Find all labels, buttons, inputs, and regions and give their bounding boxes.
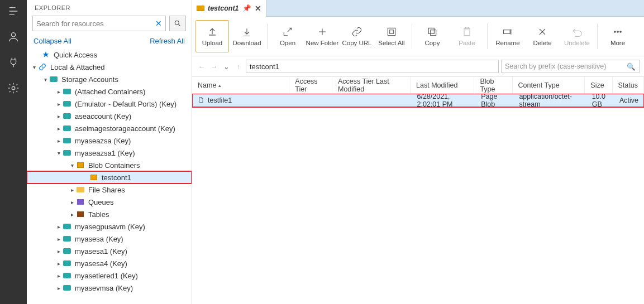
col-size[interactable]: Size <box>585 77 612 93</box>
new-folder-button[interactable]: New Folder <box>306 20 339 52</box>
tree-node[interactable]: ▾myaseazsa1 (Key) <box>27 147 192 159</box>
chevron-right-icon: ▸ <box>55 260 63 267</box>
select-all-button[interactable]: Select All <box>375 20 408 52</box>
tree-node[interactable]: ▸myasetiered1 (Key) <box>27 269 192 282</box>
table-row[interactable]: testfile1 6/28/2021, 2:02:01 PM Page Blo… <box>192 94 644 107</box>
svg-point-0 <box>11 33 15 37</box>
chevron-right-icon: ▸ <box>55 273 63 279</box>
svg-rect-6 <box>428 28 434 33</box>
search-field[interactable] <box>36 20 155 28</box>
tree-node[interactable]: ▸(Attached Containers) <box>27 85 192 98</box>
col-access-tier-lm[interactable]: Access Tier Last Modified <box>332 77 411 93</box>
cell-last-modified: 6/28/2021, 2:02:01 PM <box>411 94 475 108</box>
tree-node[interactable]: ▸(Emulator - Default Ports) (Key) <box>27 98 192 110</box>
search-button[interactable] <box>169 16 186 31</box>
search-input[interactable]: ✕ <box>32 16 166 31</box>
grid-body: testfile1 6/28/2021, 2:02:01 PM Page Blo… <box>192 94 644 304</box>
paste-button: Paste <box>450 20 484 52</box>
col-name[interactable]: Name <box>192 77 289 93</box>
delete-button[interactable]: Delete <box>526 20 559 52</box>
local-attached-node[interactable]: ▾Local & Attached <box>27 61 192 73</box>
cell-blob-type: Page Blob <box>475 94 513 108</box>
folder-icon <box>76 185 85 194</box>
tab-bar: testcont1 📌 ✕ <box>192 0 644 17</box>
chevron-right-icon: ▸ <box>55 236 63 242</box>
container-icon <box>76 161 85 170</box>
explorer-panel: EXPLORER ✕ Collapse All Refresh All Quic… <box>27 0 192 304</box>
chevron-down-icon: ▾ <box>68 162 76 168</box>
col-blob-type[interactable]: Blob Type <box>474 77 512 93</box>
nav-back-icon: ← <box>197 61 207 71</box>
more-button[interactable]: More <box>601 20 635 52</box>
separator <box>412 23 412 49</box>
col-content-type[interactable]: Content Type <box>513 77 585 93</box>
filter-input[interactable]: Search by prefix (case-sensitive) 🔍 <box>501 60 640 73</box>
explorer-icon[interactable] <box>6 3 21 19</box>
nav-recent-icon[interactable]: ⌄ <box>221 61 231 71</box>
svg-rect-5 <box>431 30 436 36</box>
pin-icon[interactable]: 📌 <box>242 4 251 12</box>
rename-button[interactable]: Rename <box>491 20 524 52</box>
clear-icon[interactable]: ✕ <box>155 19 162 28</box>
chevron-right-icon: ▸ <box>68 187 76 193</box>
tree-node[interactable]: ▸aseimagestorageaccount (Key) <box>27 122 192 134</box>
svg-point-12 <box>620 31 622 33</box>
storage-icon <box>63 112 71 120</box>
tree-node[interactable]: ▸myasesa4 (Key) <box>27 257 192 269</box>
col-status[interactable]: Status <box>613 77 644 93</box>
col-access-tier[interactable]: Access Tier <box>289 77 332 93</box>
queues-node[interactable]: ▸Queues <box>27 196 192 208</box>
undelete-button: Undelete <box>560 20 594 52</box>
open-button[interactable]: Open <box>271 20 304 52</box>
storage-icon <box>49 75 58 84</box>
table-icon <box>76 210 85 219</box>
column-headers: Name Access Tier Access Tier Last Modifi… <box>192 77 644 94</box>
file-shares-node[interactable]: ▸File Shares <box>27 184 192 196</box>
cell-size: 10.0 GB <box>586 94 614 108</box>
chevron-down-icon: ▾ <box>41 76 49 83</box>
chevron-down-icon: ▾ <box>30 64 38 70</box>
nav-forward-icon: → <box>209 61 219 71</box>
refresh-all-link[interactable]: Refresh All <box>150 37 185 45</box>
cell-content-type: application/octet-stream <box>513 94 586 108</box>
tree-node[interactable]: ▸myaseazsa (Key) <box>27 134 192 147</box>
path-input[interactable]: testcont1 <box>246 60 499 73</box>
storage-accounts-node[interactable]: ▾Storage Accounts <box>27 73 192 85</box>
tree-node[interactable]: ▸myasegpusavm (Key) <box>27 220 192 233</box>
storage-icon <box>63 234 71 243</box>
tables-node[interactable]: ▸Tables <box>27 208 192 220</box>
storage-icon <box>63 259 71 268</box>
tree-node[interactable]: ▸myasevmsa (Key) <box>27 282 192 294</box>
col-last-modified[interactable]: Last Modified <box>411 77 474 93</box>
quick-access-node[interactable]: Quick Access <box>27 49 192 61</box>
copy-button[interactable]: Copy <box>416 20 449 52</box>
download-button[interactable]: Download <box>230 20 264 52</box>
plug-icon[interactable] <box>6 55 21 70</box>
queue-icon <box>76 197 85 206</box>
svg-point-11 <box>617 31 619 33</box>
chevron-right-icon: ▸ <box>55 285 63 291</box>
upload-button[interactable]: Upload <box>195 20 229 52</box>
activity-bar <box>0 0 27 304</box>
testcont1-node[interactable]: testcont1 <box>27 171 192 184</box>
storage-icon <box>63 148 71 157</box>
close-icon[interactable]: ✕ <box>255 4 261 13</box>
resource-tree: Quick Access ▾Local & Attached ▾Storage … <box>27 47 192 304</box>
tree-node[interactable]: ▸myasesa1 (Key) <box>27 245 192 257</box>
storage-icon <box>63 247 71 255</box>
chevron-right-icon: ▸ <box>68 199 76 205</box>
account-icon[interactable] <box>6 29 21 45</box>
cell-status: Active <box>614 96 644 104</box>
tab-testcont1[interactable]: testcont1 📌 ✕ <box>192 0 266 17</box>
tree-node[interactable]: ▸aseaccount (Key) <box>27 110 192 122</box>
star-icon <box>41 50 50 59</box>
cell-name: testfile1 <box>208 96 232 104</box>
blob-containers-node[interactable]: ▾Blob Containers <box>27 159 192 171</box>
tree-node[interactable]: ▸myasesa (Key) <box>27 233 192 245</box>
gear-icon[interactable] <box>6 80 21 96</box>
toolbar: Upload Download Open New Folder Copy URL… <box>192 17 644 56</box>
file-icon <box>198 96 204 105</box>
collapse-all-link[interactable]: Collapse All <box>34 37 71 45</box>
copy-url-button[interactable]: Copy URL <box>340 20 374 52</box>
chevron-down-icon: ▾ <box>55 150 63 156</box>
